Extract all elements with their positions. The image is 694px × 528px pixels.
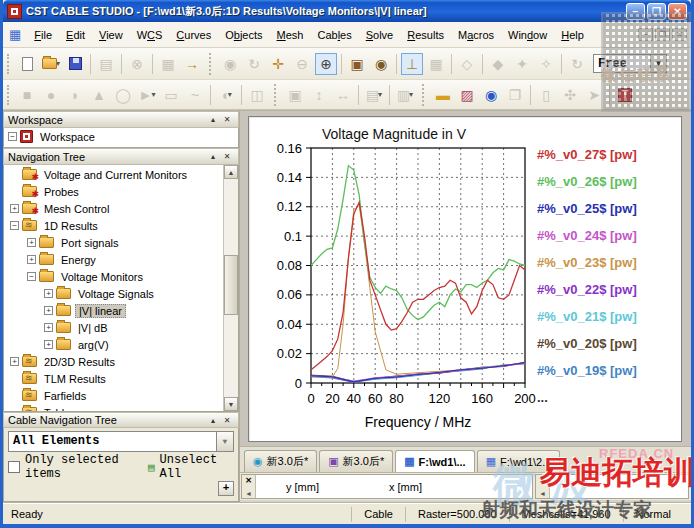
collapse-left-icon[interactable]: ◄ [245,490,252,497]
scroll-up-icon[interactable]: ▲ [224,165,238,179]
collapse-left-icon[interactable]: ◄ [539,490,546,497]
status-field-cable: Cable [351,507,405,522]
menu-curves[interactable]: Curves [169,26,218,44]
field-monitor-button[interactable]: ◉ [480,84,502,106]
menu-solve[interactable]: Solve [359,26,401,44]
close-icon[interactable]: ✕ [220,150,234,163]
axes-toggle-icon: ⊥ [406,57,418,71]
restore-button[interactable]: ❐ [647,3,666,20]
chevron-down-icon[interactable]: ▾ [378,90,382,99]
template-based-button[interactable]: T [614,84,636,106]
collapse-icon[interactable]: − [10,221,19,230]
tree-item-energy[interactable]: +Energy [4,251,238,268]
chevron-down-icon[interactable]: ▾ [409,90,413,99]
axes-toggle-button[interactable]: ⊥ [401,53,423,75]
open-folder-button[interactable]: ▾ [40,53,62,75]
tree-item-voltage-and-current-monitors[interactable]: +Voltage and Current Monitors [4,166,238,183]
fit-view-button[interactable]: ▣ [346,53,368,75]
tree-item--v-db[interactable]: +|V| dB [4,319,238,336]
expand-icon[interactable]: + [44,306,53,315]
vertical-scrollbar[interactable]: ▲ ▼ [223,165,238,411]
align-parts-icon: ▣ [288,88,301,102]
tree-item-farfields[interactable]: +Farfields [4,387,238,404]
result-plot-window[interactable]: Voltage Magnitude in V 02040608012016020… [248,116,682,442]
view-mode-combo[interactable]: Free▼ [593,54,667,73]
expand-icon[interactable]: + [44,340,53,349]
minimize-button[interactable]: − [626,3,645,20]
menu-mesh[interactable]: Mesh [270,26,311,44]
zoom-in-button[interactable]: ⊕ [315,53,337,75]
tree-item-voltage-signals[interactable]: +Voltage Signals [4,285,238,302]
menu-window[interactable]: Window [501,26,554,44]
menu-cables[interactable]: Cables [310,26,358,44]
menu-file[interactable]: File [27,26,59,44]
collapse-icon[interactable]: ▴ [206,113,220,126]
doc-tab-F-wd1-2-[interactable]: ▦F:\wd1\2... [477,450,561,472]
scroll-down-icon[interactable]: ▼ [224,397,238,411]
tree-item-arg-v-[interactable]: +arg(V) [4,336,238,353]
save-button[interactable] [64,53,86,75]
expander-icon[interactable]: − [8,132,17,141]
tree-item--v-linear[interactable]: +|V| linear [4,302,238,319]
x-tick-label: 0 [307,391,314,406]
folder-icon [56,305,71,316]
mdi-restore-button[interactable]: ❐ [655,28,670,41]
pan-view-button[interactable]: ✛ [267,53,289,75]
tree-item-mesh-control[interactable]: +Mesh Control [4,200,238,217]
collapse-icon[interactable]: ▴ [206,150,220,163]
close-icon[interactable]: ✕ [539,476,546,485]
menu-wcs[interactable]: WCS [130,26,170,44]
only-selected-checkbox[interactable] [8,461,20,473]
mdi-area: Voltage Magnitude in V 02040608012016020… [240,111,691,502]
collapse-icon[interactable]: − [27,272,36,281]
doc-tab-F-wd1-[interactable]: ▦F:\wd1\... [395,450,474,472]
close-button[interactable]: ✕ [668,3,687,20]
collapse-icon[interactable]: ▴ [206,414,220,427]
menu-macros[interactable]: Macros [451,26,501,44]
close-icon[interactable]: ✕ [245,476,252,485]
transform-rotate-button: ✦ [511,53,533,75]
expand-icon[interactable]: + [10,204,19,213]
tree-item-label: Probes [41,186,82,198]
tree-item-probes[interactable]: +Probes [4,183,238,200]
mdi-close-button[interactable]: ✕ [672,28,687,41]
expand-icon[interactable]: + [10,357,19,366]
tree-item-2d-3d-results[interactable]: +2D/3D Results [4,353,238,370]
scrollbar-thumb[interactable] [224,255,238,315]
tree-item-voltage-monitors[interactable]: −Voltage Monitors [4,268,238,285]
chevron-down-icon[interactable]: ▾ [151,90,155,99]
new-file-button[interactable] [16,53,38,75]
menu-edit[interactable]: Edit [59,26,92,44]
title-bar[interactable]: CST CABLE STUDIO - [F:\wd1\新3.0后:1D Resu… [3,0,691,22]
import-button[interactable]: → [181,53,203,75]
expand-icon[interactable]: + [27,255,36,264]
menu-objects[interactable]: Objects [218,26,269,44]
expand-icon[interactable]: + [27,238,36,247]
material-view-button[interactable]: ▨ [456,84,478,106]
close-icon[interactable]: ✕ [220,113,234,126]
chevron-down-icon[interactable]: ▾ [228,90,232,99]
chevron-down-icon[interactable]: ▼ [217,431,234,452]
doc-tab-新3-0后-[interactable]: ▣新3.0后* [319,450,393,472]
expand-icon[interactable]: + [44,289,53,298]
combo-value: All Elements [8,431,217,452]
chevron-down-icon[interactable]: ▼ [651,54,667,73]
tree-item-tables[interactable]: +Tables [4,404,238,412]
tree-item-tlm-results[interactable]: +TLM Results [4,370,238,387]
measure-ruler-button[interactable]: ▬ [432,84,454,106]
tree-item-label: Port signals [58,237,121,249]
tree-item-1d-results[interactable]: −1D Results [4,217,238,234]
menu-view[interactable]: View [92,26,130,44]
add-element-button[interactable]: + [218,481,234,496]
render-options-button[interactable]: ◉ [370,53,392,75]
menu-results[interactable]: Results [400,26,451,44]
menu-help[interactable]: Help [554,26,591,44]
doc-tab-新3-0后-[interactable]: ◉新3.0后* [244,450,317,472]
unselect-all-button[interactable]: Unselect All [160,453,234,481]
workspace-root-item[interactable]: − Workspace [4,128,238,145]
element-filter-combo[interactable]: All Elements ▼ [8,431,234,452]
mdi-minimize-button[interactable]: − [638,28,653,41]
expand-icon[interactable]: + [44,323,53,332]
tree-item-port-signals[interactable]: +Port signals [4,234,238,251]
close-icon[interactable]: ✕ [220,414,234,427]
